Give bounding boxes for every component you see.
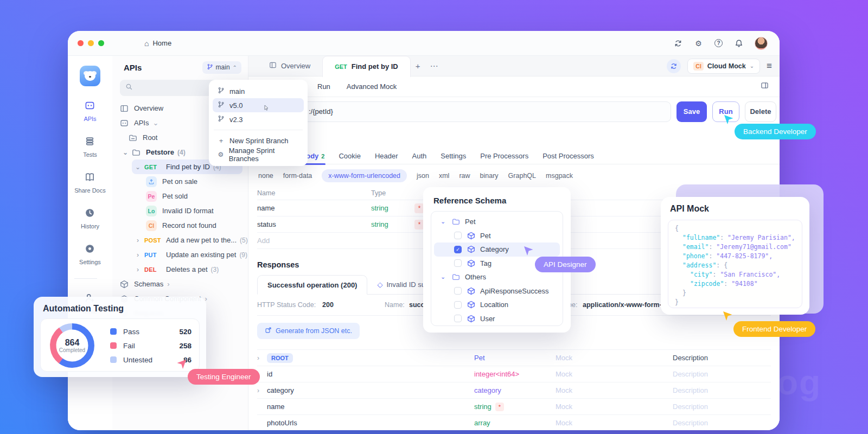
mock-placeholder[interactable]: Mock [556,370,673,378]
subnav-run[interactable]: Run [317,82,330,91]
branch-menu-action-new-sprint-branch[interactable]: +New Sprint Branch [213,133,304,148]
body-type-json[interactable]: json [417,172,429,180]
schema-row[interactable]: ›categorycategoryMockDescription [257,382,771,399]
tree-item-invalid-id-format[interactable]: LoInvalid ID format [112,203,248,218]
schema-item-localtion[interactable]: Localtion [434,298,560,312]
user-avatar[interactable] [755,37,768,50]
home-tab[interactable]: ⌂ Home [144,39,171,48]
zoom-window-button[interactable] [98,40,104,46]
request-tab-post-processors[interactable]: Post Processors [542,148,594,164]
schema-item-user[interactable]: User [434,312,560,326]
close-window-button[interactable] [78,40,84,46]
schema-field-name: ›ROOT [257,353,474,363]
field-name-label: id [267,370,272,378]
description-placeholder[interactable]: Description [673,419,708,427]
body-type-msgpack[interactable]: msgpack [546,172,573,180]
request-tab-header[interactable]: Header [375,148,398,164]
menu-icon[interactable]: ≡ [767,61,772,72]
tree-item-pet-sold[interactable]: PePet sold [112,189,248,203]
mock-placeholder[interactable]: Mock [556,386,673,394]
rail-item-apis[interactable]: APIs [74,100,105,122]
branch-menu-action-manage-sprint-branches[interactable]: ⚙Manage Sprint Branches [213,148,304,162]
add-param-row[interactable]: Add [257,237,371,245]
code-value: "447-825-8179", [716,252,773,260]
tree-item-record-not-found[interactable]: ClRecord not found [112,218,248,233]
body-type-x-www-form-urlencoded[interactable]: x-www-form-urlencoded [322,169,407,182]
code-colon: : [720,234,727,241]
split-panel-icon[interactable] [761,81,769,92]
branch-menu-item-main[interactable]: main [213,84,304,98]
tree-item-add-a-new-pet-to-the-[interactable]: ›POSTAdd a new pet to the...(5) [112,233,248,247]
mock-placeholder[interactable]: Mock [556,403,673,411]
schema-row[interactable]: idinteger<int64>MockDescription [257,366,771,382]
item-count: (5) [240,237,248,244]
description-placeholder[interactable]: Description [673,386,708,394]
tab-find-pet-by-id[interactable]: GET Find pet by ID [322,56,411,77]
body-type-none[interactable]: none [258,172,273,180]
schema-item-pet[interactable]: Pet [434,229,560,243]
schema-row[interactable]: photoUrlsarrayMockDescription [257,415,771,430]
schema-cube-icon [467,259,475,267]
rail-item-history[interactable]: History [74,208,105,229]
delete-button[interactable]: Delete [745,101,776,122]
status-code-value[interactable]: 200 [322,301,334,309]
help-icon[interactable]: ? [714,39,723,47]
checkbox-unchecked[interactable] [454,301,462,309]
schema-field-name: id [257,370,474,378]
minimize-window-button[interactable] [88,40,94,46]
schema-row[interactable]: ›ROOTPetMockDescription [257,350,771,366]
tree-item-update-an-existing-pet[interactable]: ›PUTUpdate an existing pet(9) [112,247,248,262]
branch-selector[interactable]: main ⌃ [202,61,241,74]
body-type-form-data[interactable]: form-data [283,172,312,180]
schema-row[interactable]: namestring*MockDescription [257,399,771,415]
request-tab-pre-processors[interactable]: Pre Processors [480,148,528,164]
home-icon: ⌂ [144,39,149,48]
request-tab-settings[interactable]: Settings [441,148,466,164]
mock-placeholder[interactable]: Mock [556,354,673,362]
tree-item-deletes-a-pet[interactable]: ›DELDeletes a pet(3) [112,262,248,277]
body-type-xml[interactable]: xml [439,172,449,180]
description-placeholder[interactable]: Description [673,403,708,411]
rail-item-tests[interactable]: Tests [74,136,105,158]
branch-menu-item-v2.3[interactable]: v2.3 [213,112,304,126]
save-button[interactable]: Save [676,101,707,122]
generate-from-json-button[interactable]: Generate from JSON etc. [257,323,360,339]
request-tab-auth[interactable]: Auth [412,148,427,164]
tree-item-schemas[interactable]: Schemas› [112,277,248,291]
notifications-bell-icon[interactable] [734,39,743,48]
more-tabs-button[interactable]: ⋯ [425,61,443,71]
subnav-advanced-mock[interactable]: Advanced Mock [347,82,397,91]
rail-item-settings[interactable]: Settings [74,244,105,265]
checkbox-unchecked[interactable] [454,232,462,239]
schema-item-category[interactable]: ✓Category [434,242,560,257]
project-logo[interactable] [80,66,100,86]
mock-placeholder[interactable]: Mock [556,419,673,427]
schema-group-pet[interactable]: ⌄Pet [434,215,560,229]
param-name: name [257,204,371,212]
request-tab-cookie[interactable]: Cookie [339,148,360,164]
folder-icon [452,218,460,226]
response-tab-success[interactable]: Successful operation (200) [257,275,367,295]
code-colon: : [713,271,720,278]
checkbox-unchecked[interactable] [454,287,462,295]
body-type-raw[interactable]: raw [459,172,470,180]
checkbox-unchecked[interactable] [454,315,462,322]
new-tab-button[interactable]: + [411,61,425,71]
env-sync-icon[interactable] [667,59,681,73]
description-placeholder[interactable]: Description [673,354,708,362]
checkbox-unchecked[interactable] [454,259,462,267]
body-type-binary[interactable]: binary [480,172,499,180]
environment-selector[interactable]: Cl Cloud Mock ⌄ [687,59,760,74]
refresh-icon[interactable] [673,39,682,48]
settings-gear-icon[interactable]: ⚙ [694,39,703,48]
schema-item-apiresponsesuccess[interactable]: ApiResponseSuccess [434,284,560,298]
branch-menu-item-v5.0[interactable]: v5.0 [213,98,304,112]
rail-item-share-docs[interactable]: Share Docs [74,172,105,194]
checkbox-checked[interactable]: ✓ [454,246,462,253]
url-input[interactable]: :/{petId} [257,101,671,122]
body-type-GraphQL[interactable]: GraphQL [508,172,536,180]
description-placeholder[interactable]: Description [673,370,708,378]
tree-item-pet-on-sale[interactable]: Pet on sale [112,174,248,189]
schema-field-type: string* [474,403,556,411]
tab-overview[interactable]: Overview [257,56,322,76]
